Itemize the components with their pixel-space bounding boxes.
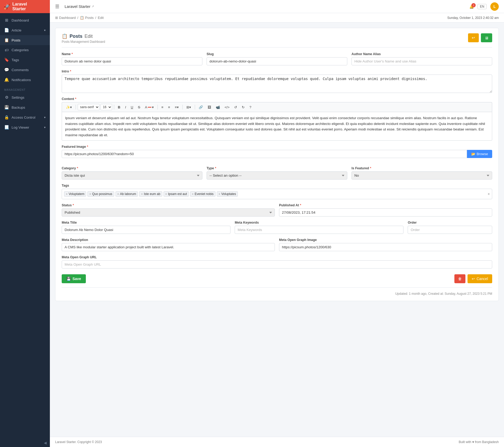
order-input[interactable] — [408, 226, 492, 234]
order-group: Order — [408, 221, 492, 234]
is-featured-select[interactable]: No — [351, 171, 492, 180]
home-icon: ⊞ — [55, 16, 58, 20]
action-row: 💾 Save 🗑 ↩ Cancel — [62, 274, 492, 283]
meta-title-label: Meta Title — [62, 221, 230, 224]
ordered-list-button[interactable]: ≡ — [166, 104, 172, 110]
cancel-button[interactable]: ↩ Cancel — [468, 274, 492, 283]
tags-input-container[interactable]: × Voluptatem × Quo possimus × Ab laborum… — [62, 189, 492, 199]
meta-title-input[interactable] — [62, 226, 230, 234]
category-group: Category * Dicta iste qui — [62, 166, 202, 180]
sidebar: 🚀 LaravelStarter ⊞ Dashboard 📄 Article ▾… — [0, 0, 50, 447]
card-title-section: 📋 Posts Edit Posts Management Dashboard — [62, 33, 105, 44]
sidebar-item-access-control[interactable]: 🔒 Access Control ▾ — [0, 112, 50, 122]
image-button[interactable]: 🖼 — [206, 104, 213, 110]
sidebar-item-label: Categories — [12, 48, 29, 52]
status-publishedat-row: Status * Published Published At * — [62, 203, 492, 217]
sidebar-item-backups[interactable]: 💾 Backups — [0, 102, 50, 112]
breadcrumb-posts[interactable]: 📋 Posts — [80, 16, 94, 20]
notification-bell[interactable]: 🔔 2 — [469, 4, 474, 9]
sidebar-item-settings[interactable]: ⚙ Settings — [0, 92, 50, 102]
browse-button[interactable]: 📂 Browse — [467, 150, 492, 158]
sidebar-item-notifications[interactable]: 🔔 Notifications — [0, 75, 50, 85]
redo-button[interactable]: ↻ — [240, 104, 246, 110]
save-button[interactable]: 💾 Save — [62, 274, 86, 283]
published-at-input[interactable] — [279, 208, 492, 217]
unordered-list-button[interactable]: ≡ — [160, 104, 165, 110]
underline-button[interactable]: U — [129, 104, 135, 110]
status-select[interactable]: Published — [62, 208, 275, 217]
link-button[interactable]: 🔗 — [197, 104, 205, 110]
tag-remove-icon[interactable]: × — [89, 192, 91, 196]
breadcrumb-dashboard[interactable]: ⊞ Dashboard — [55, 16, 76, 20]
font-family-select[interactable]: sans-serif — [78, 104, 99, 110]
meta-og-url-label: Meta Open Graph URL — [62, 255, 492, 259]
font-color-button[interactable]: A▾ — [143, 104, 156, 110]
sidebar-item-dashboard[interactable]: ⊞ Dashboard — [0, 15, 50, 25]
toolbar-sep — [158, 105, 158, 109]
table-button[interactable]: ⊞▾ — [185, 104, 193, 110]
sidebar-item-categories[interactable]: 🏷 Categories — [0, 45, 50, 55]
tag-remove-icon[interactable]: × — [66, 192, 67, 196]
meta-desc-input[interactable] — [62, 243, 275, 251]
tag-remove-icon[interactable]: × — [192, 192, 193, 196]
delete-button[interactable]: 🗑 — [454, 274, 465, 283]
back-button[interactable]: ↩ — [468, 33, 479, 42]
font-size-select[interactable]: 16 — [101, 104, 112, 110]
strikethrough-button[interactable]: S — [136, 104, 142, 110]
featured-image-group: Featured Image * 📂 Browse — [62, 145, 492, 162]
update-info: Updated: 1 month ago, Created at: Sunday… — [395, 292, 492, 296]
tag-remove-icon[interactable]: × — [141, 192, 143, 196]
featured-image-input[interactable] — [62, 150, 467, 158]
tags-text-input[interactable] — [239, 192, 486, 196]
name-slug-row: Name * Slug Author Name Alias — [62, 52, 492, 65]
built-with: Built with ♥ from Bangladesh — [459, 440, 499, 444]
menu-toggle-icon[interactable]: ☰ — [55, 4, 59, 9]
categories-icon: 🏷 — [4, 48, 9, 52]
sidebar-item-posts[interactable]: 📋 Posts — [0, 35, 50, 45]
help-button[interactable]: ? — [248, 104, 253, 110]
code-button[interactable]: </> — [223, 104, 232, 110]
preview-button[interactable]: 🖥 — [481, 33, 492, 42]
sidebar-item-article[interactable]: 📄 Article ▾ — [0, 25, 50, 35]
sidebar-collapse-btn[interactable]: ◀ — [0, 439, 50, 447]
tag-remove-icon[interactable]: × — [219, 192, 220, 196]
featured-image-row: 📂 Browse — [62, 150, 492, 158]
slug-input[interactable] — [207, 57, 347, 65]
meta-keywords-label: Meta Keywords — [235, 221, 403, 224]
sidebar-item-label: Backups — [12, 106, 25, 109]
undo-icon: ↩ — [472, 277, 475, 281]
bold-button[interactable]: B — [116, 104, 122, 110]
italic-button[interactable]: I — [123, 104, 128, 110]
meta-og-image-label: Meta Open Graph Image — [279, 238, 492, 242]
tag-quo-possimus: × Quo possimus — [87, 191, 114, 197]
content-editor-body[interactable]: Ipsum veniam et deserunt aliquam vel ad … — [62, 112, 492, 141]
intro-textarea[interactable]: Tempore quae accusantium architecto temp… — [62, 75, 492, 93]
language-selector[interactable]: EN — [477, 4, 487, 9]
meta-og-image-input[interactable] — [279, 243, 492, 251]
author-alias-input[interactable] — [351, 57, 492, 65]
undo-button[interactable]: ↺ — [232, 104, 239, 110]
type-select[interactable]: -- Select an option -- — [207, 171, 347, 180]
external-link-icon[interactable]: ↗ — [92, 5, 94, 8]
meta-desc-label: Meta Description — [62, 238, 275, 242]
align-button[interactable]: ≡▾ — [173, 104, 181, 110]
toolbar-magic[interactable]: ✨▾ — [64, 104, 74, 110]
video-button[interactable]: 📹 — [214, 104, 222, 110]
sidebar-item-label: Dashboard — [12, 18, 29, 22]
posts-breadcrumb-icon: 📋 — [80, 16, 84, 20]
meta-title-row: Meta Title Meta Keywords Order — [62, 221, 492, 234]
sidebar-item-tags[interactable]: 🔖 Tags — [0, 55, 50, 65]
meta-og-url-input[interactable] — [62, 260, 492, 269]
name-input[interactable] — [62, 57, 202, 65]
clear-all-tags-icon[interactable]: × — [488, 192, 490, 196]
tag-remove-icon[interactable]: × — [165, 192, 167, 196]
toolbar-sep — [114, 105, 114, 109]
meta-keywords-input[interactable] — [235, 226, 403, 234]
sidebar-navigation: ⊞ Dashboard 📄 Article ▾ 📋 Posts 🏷 Catego… — [0, 13, 50, 439]
sidebar-item-log-viewer[interactable]: 📃 Log Viewer ▾ — [0, 122, 50, 132]
category-select[interactable]: Dicta iste qui — [62, 171, 202, 180]
tag-remove-icon[interactable]: × — [117, 192, 119, 196]
user-avatar[interactable]: L — [490, 2, 499, 11]
sidebar-item-comments[interactable]: 💬 Comments — [0, 65, 50, 75]
brand-logo[interactable]: 🚀 LaravelStarter — [0, 0, 50, 13]
